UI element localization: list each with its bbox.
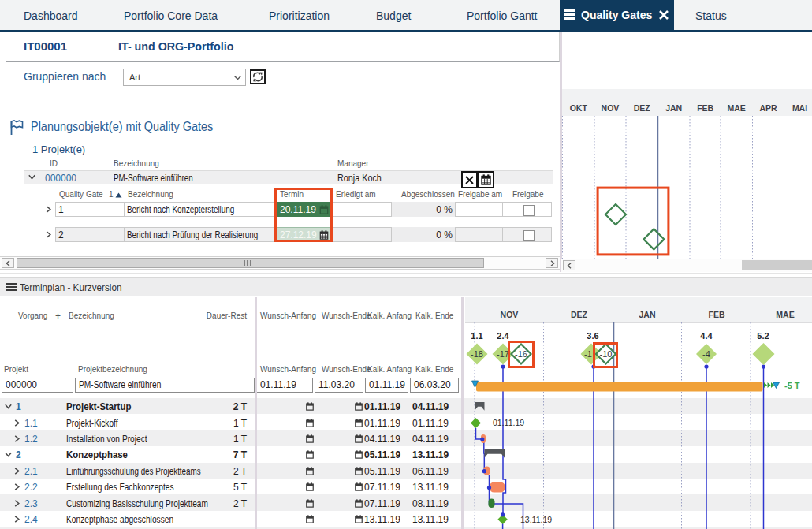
svg-text:OKT: OKT bbox=[570, 103, 588, 113]
svg-text:APR: APR bbox=[759, 103, 777, 113]
svg-text:MAE: MAE bbox=[728, 103, 746, 113]
svg-text:3.6: 3.6 bbox=[587, 331, 598, 341]
svg-text:-18: -18 bbox=[471, 349, 483, 359]
svg-text:DEZ: DEZ bbox=[571, 310, 588, 319]
svg-text:-17: -17 bbox=[497, 349, 509, 359]
svg-text:NOV: NOV bbox=[501, 310, 519, 319]
svg-text:MAI: MAI bbox=[792, 103, 807, 113]
svg-text:-1: -1 bbox=[584, 349, 592, 359]
svg-text:DEZ: DEZ bbox=[634, 103, 651, 113]
svg-text:5.2: 5.2 bbox=[757, 331, 769, 341]
svg-text:13.11.19: 13.11.19 bbox=[520, 515, 552, 524]
svg-text:1.1: 1.1 bbox=[471, 331, 482, 341]
svg-text:JAN: JAN bbox=[639, 310, 655, 319]
svg-text:-10: -10 bbox=[600, 349, 613, 359]
svg-text:4.4: 4.4 bbox=[700, 331, 713, 341]
svg-text:-16: -16 bbox=[515, 349, 527, 359]
svg-text:NOV: NOV bbox=[602, 103, 620, 113]
svg-text:JAN: JAN bbox=[665, 103, 682, 113]
svg-text:01.11.19: 01.11.19 bbox=[493, 418, 524, 427]
svg-text:FEB: FEB bbox=[709, 310, 725, 319]
svg-text:FEB: FEB bbox=[697, 103, 713, 113]
svg-text:2.4: 2.4 bbox=[497, 331, 509, 341]
svg-text:-5 T: -5 T bbox=[784, 381, 800, 390]
svg-text:MAE: MAE bbox=[776, 310, 794, 319]
svg-text:-4: -4 bbox=[702, 349, 710, 359]
